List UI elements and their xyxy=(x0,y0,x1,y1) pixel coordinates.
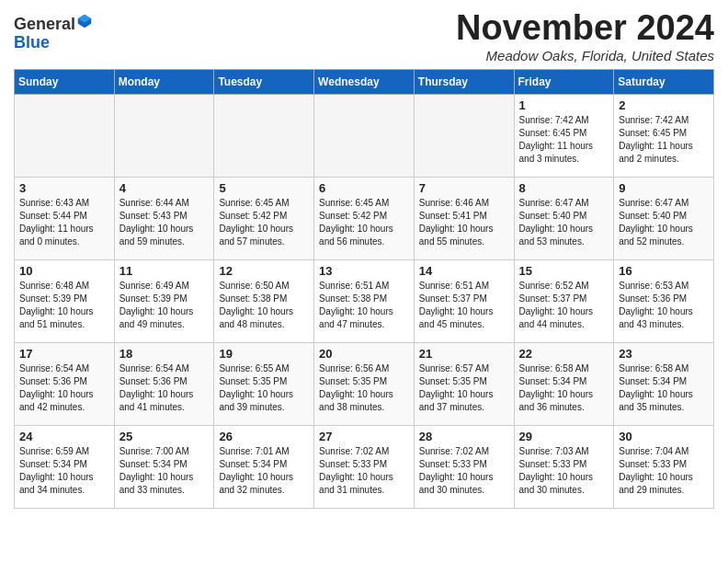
cell-text: Sunrise: 6:58 AM Sunset: 5:34 PM Dayligh… xyxy=(519,363,594,412)
cell-text: Sunrise: 6:43 AM Sunset: 5:44 PM Dayligh… xyxy=(19,198,94,247)
day-number: 15 xyxy=(519,264,609,278)
cell-text: Sunrise: 6:56 AM Sunset: 5:35 PM Dayligh… xyxy=(319,363,393,412)
calendar-cell xyxy=(214,94,314,177)
cell-text: Sunrise: 6:54 AM Sunset: 5:36 PM Dayligh… xyxy=(119,363,194,412)
dow-thursday: Thursday xyxy=(414,69,514,94)
day-number: 9 xyxy=(619,181,709,195)
day-number: 8 xyxy=(519,181,609,195)
day-number: 5 xyxy=(219,181,309,195)
calendar-cell: 22Sunrise: 6:58 AM Sunset: 5:34 PM Dayli… xyxy=(514,342,614,425)
cell-text: Sunrise: 6:47 AM Sunset: 5:40 PM Dayligh… xyxy=(519,198,594,247)
calendar-cell: 10Sunrise: 6:48 AM Sunset: 5:39 PM Dayli… xyxy=(15,259,115,342)
cell-text: Sunrise: 7:42 AM Sunset: 6:45 PM Dayligh… xyxy=(519,115,594,164)
cell-text: Sunrise: 7:02 AM Sunset: 5:33 PM Dayligh… xyxy=(319,446,393,495)
cell-text: Sunrise: 6:48 AM Sunset: 5:39 PM Dayligh… xyxy=(19,281,94,329)
calendar-cell: 30Sunrise: 7:04 AM Sunset: 5:33 PM Dayli… xyxy=(614,425,714,508)
logo: General Blue xyxy=(14,13,94,52)
cell-text: Sunrise: 6:45 AM Sunset: 5:42 PM Dayligh… xyxy=(219,198,293,247)
calendar-cell: 28Sunrise: 7:02 AM Sunset: 5:33 PM Dayli… xyxy=(414,425,514,508)
calendar-cell: 2Sunrise: 7:42 AM Sunset: 6:45 PM Daylig… xyxy=(614,94,714,177)
day-number: 14 xyxy=(419,264,509,278)
day-number: 27 xyxy=(319,430,409,443)
day-number: 19 xyxy=(219,347,309,361)
cell-text: Sunrise: 6:49 AM Sunset: 5:39 PM Dayligh… xyxy=(119,281,194,329)
calendar-cell xyxy=(314,94,415,177)
cell-text: Sunrise: 7:00 AM Sunset: 5:34 PM Dayligh… xyxy=(119,446,194,495)
location: Meadow Oaks, Florida, United States xyxy=(456,48,714,63)
dow-friday: Friday xyxy=(514,69,614,94)
calendar-cell: 23Sunrise: 6:58 AM Sunset: 5:34 PM Dayli… xyxy=(614,342,714,425)
title-area: November 2024 Meadow Oaks, Florida, Unit… xyxy=(456,9,714,63)
cell-text: Sunrise: 6:52 AM Sunset: 5:37 PM Dayligh… xyxy=(519,281,594,329)
calendar-cell: 21Sunrise: 6:57 AM Sunset: 5:35 PM Dayli… xyxy=(414,342,514,425)
cell-text: Sunrise: 6:58 AM Sunset: 5:34 PM Dayligh… xyxy=(619,363,693,412)
day-number: 4 xyxy=(119,181,210,195)
calendar-cell: 17Sunrise: 6:54 AM Sunset: 5:36 PM Dayli… xyxy=(15,342,115,425)
cell-text: Sunrise: 6:59 AM Sunset: 5:34 PM Dayligh… xyxy=(19,446,94,495)
cell-text: Sunrise: 7:42 AM Sunset: 6:45 PM Dayligh… xyxy=(619,115,693,164)
calendar-cell: 12Sunrise: 6:50 AM Sunset: 5:38 PM Dayli… xyxy=(214,259,314,342)
day-number: 22 xyxy=(519,347,609,361)
day-number: 20 xyxy=(319,347,409,361)
calendar-cell: 6Sunrise: 6:45 AM Sunset: 5:42 PM Daylig… xyxy=(314,177,415,259)
day-number: 23 xyxy=(619,347,709,361)
calendar-cell: 24Sunrise: 6:59 AM Sunset: 5:34 PM Dayli… xyxy=(15,425,115,508)
cell-text: Sunrise: 6:46 AM Sunset: 5:41 PM Dayligh… xyxy=(419,198,494,247)
cell-text: Sunrise: 6:47 AM Sunset: 5:40 PM Dayligh… xyxy=(619,198,693,247)
logo-icon xyxy=(76,13,93,29)
calendar-cell xyxy=(15,94,115,177)
calendar-cell: 7Sunrise: 6:46 AM Sunset: 5:41 PM Daylig… xyxy=(414,177,514,259)
day-number: 6 xyxy=(319,181,409,195)
calendar-cell xyxy=(114,94,214,177)
month-title: November 2024 xyxy=(456,9,714,48)
calendar-cell: 18Sunrise: 6:54 AM Sunset: 5:36 PM Dayli… xyxy=(114,342,214,425)
dow-tuesday: Tuesday xyxy=(214,69,314,94)
cell-text: Sunrise: 6:57 AM Sunset: 5:35 PM Dayligh… xyxy=(419,363,494,412)
day-number: 29 xyxy=(519,430,609,443)
calendar-cell: 13Sunrise: 6:51 AM Sunset: 5:38 PM Dayli… xyxy=(314,259,415,342)
cell-text: Sunrise: 7:03 AM Sunset: 5:33 PM Dayligh… xyxy=(519,446,594,495)
calendar-table: SundayMondayTuesdayWednesdayThursdayFrid… xyxy=(14,69,714,509)
day-number: 12 xyxy=(219,264,309,278)
cell-text: Sunrise: 6:45 AM Sunset: 5:42 PM Dayligh… xyxy=(319,198,393,247)
calendar-cell: 3Sunrise: 6:43 AM Sunset: 5:44 PM Daylig… xyxy=(15,177,115,259)
calendar-cell: 27Sunrise: 7:02 AM Sunset: 5:33 PM Dayli… xyxy=(314,425,415,508)
logo-blue: Blue xyxy=(14,33,50,52)
day-number: 3 xyxy=(19,181,109,195)
cell-text: Sunrise: 6:53 AM Sunset: 5:36 PM Dayligh… xyxy=(619,281,693,329)
calendar-cell: 11Sunrise: 6:49 AM Sunset: 5:39 PM Dayli… xyxy=(114,259,214,342)
cell-text: Sunrise: 6:55 AM Sunset: 5:35 PM Dayligh… xyxy=(219,363,293,412)
calendar-cell xyxy=(414,94,514,177)
calendar-cell: 26Sunrise: 7:01 AM Sunset: 5:34 PM Dayli… xyxy=(214,425,314,508)
calendar-cell: 16Sunrise: 6:53 AM Sunset: 5:36 PM Dayli… xyxy=(614,259,714,342)
day-number: 21 xyxy=(419,347,509,361)
day-number: 2 xyxy=(619,98,709,112)
day-number: 30 xyxy=(619,430,709,443)
day-number: 16 xyxy=(619,264,709,278)
cell-text: Sunrise: 6:54 AM Sunset: 5:36 PM Dayligh… xyxy=(19,363,94,412)
cell-text: Sunrise: 6:51 AM Sunset: 5:38 PM Dayligh… xyxy=(319,281,393,329)
day-number: 18 xyxy=(119,347,210,361)
day-number: 17 xyxy=(19,347,109,361)
day-number: 13 xyxy=(319,264,409,278)
day-number: 11 xyxy=(119,264,210,278)
cell-text: Sunrise: 7:04 AM Sunset: 5:33 PM Dayligh… xyxy=(619,446,693,495)
day-number: 7 xyxy=(419,181,509,195)
calendar-cell: 1Sunrise: 7:42 AM Sunset: 6:45 PM Daylig… xyxy=(514,94,614,177)
day-number: 24 xyxy=(19,430,109,443)
calendar-cell: 20Sunrise: 6:56 AM Sunset: 5:35 PM Dayli… xyxy=(314,342,415,425)
calendar-cell: 14Sunrise: 6:51 AM Sunset: 5:37 PM Dayli… xyxy=(414,259,514,342)
day-number: 26 xyxy=(219,430,309,443)
calendar-cell: 15Sunrise: 6:52 AM Sunset: 5:37 PM Dayli… xyxy=(514,259,614,342)
cell-text: Sunrise: 6:50 AM Sunset: 5:38 PM Dayligh… xyxy=(219,281,293,329)
cell-text: Sunrise: 6:44 AM Sunset: 5:43 PM Dayligh… xyxy=(119,198,194,247)
day-number: 10 xyxy=(19,264,109,278)
header: General Blue November 2024 Meadow Oaks, … xyxy=(14,9,714,63)
dow-monday: Monday xyxy=(114,69,214,94)
dow-sunday: Sunday xyxy=(15,69,115,94)
calendar-cell: 8Sunrise: 6:47 AM Sunset: 5:40 PM Daylig… xyxy=(514,177,614,259)
day-number: 25 xyxy=(119,430,210,443)
calendar-cell: 29Sunrise: 7:03 AM Sunset: 5:33 PM Dayli… xyxy=(514,425,614,508)
cell-text: Sunrise: 7:01 AM Sunset: 5:34 PM Dayligh… xyxy=(219,446,293,495)
calendar-cell: 5Sunrise: 6:45 AM Sunset: 5:42 PM Daylig… xyxy=(214,177,314,259)
